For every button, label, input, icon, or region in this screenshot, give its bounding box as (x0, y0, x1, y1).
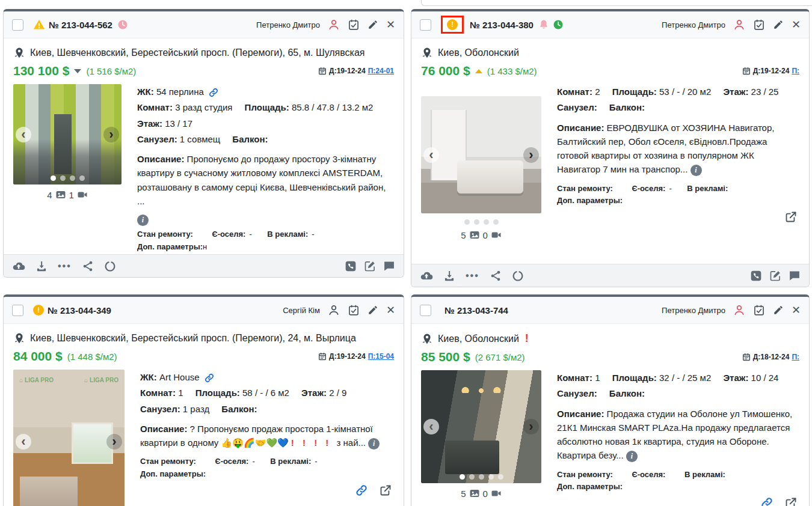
copy-link-icon[interactable] (761, 497, 773, 506)
agent-person-icon[interactable] (733, 304, 745, 316)
prev-photo-button[interactable]: ‹ (423, 419, 439, 434)
clock-green-icon (553, 19, 564, 30)
download-icon[interactable] (443, 270, 455, 282)
edit-icon[interactable] (773, 305, 784, 315)
photo-column: ‹ › 5 0 (421, 96, 541, 240)
select-checkbox[interactable] (12, 305, 23, 316)
price-down-icon (74, 69, 81, 73)
task-calendar-icon[interactable] (753, 304, 765, 316)
agent-person-icon[interactable] (733, 19, 745, 31)
photo-carousel[interactable]: ⌂ LIGA PRO ⌂ LIGA PRO ‹ › (13, 370, 125, 506)
address-text: Киев, Оболонский (438, 47, 519, 58)
refresh-icon[interactable] (104, 260, 116, 272)
edit-icon[interactable] (368, 305, 378, 315)
task-calendar-icon[interactable] (753, 19, 765, 31)
agent-name: Петренко Дмитро (256, 20, 320, 29)
carousel-dots[interactable] (421, 474, 541, 480)
prev-photo-button[interactable]: ‹ (423, 147, 439, 163)
upload-icon[interactable] (420, 269, 433, 282)
carousel-dots[interactable] (421, 219, 541, 225)
description: Описание: Продажа студии на Оболоне ул Т… (557, 407, 799, 463)
prev-photo-button[interactable]: ‹ (16, 127, 31, 142)
upload-icon[interactable] (12, 260, 25, 273)
info-icon[interactable]: i (691, 165, 702, 176)
next-photo-button[interactable]: › (103, 127, 119, 142)
call-icon[interactable] (750, 270, 762, 282)
card-header: № 213-044-562 Петренко Дмитро ✕ (4, 11, 404, 38)
task-calendar-icon[interactable] (348, 304, 360, 316)
warning-triangle-icon (33, 19, 45, 31)
info-icon[interactable]: i (626, 451, 638, 462)
date-updated-link[interactable]: П: (792, 353, 799, 361)
close-icon[interactable]: ✕ (386, 305, 395, 315)
external-link-icon[interactable] (785, 211, 797, 223)
date-updated-link[interactable]: П:24-01 (368, 67, 394, 75)
task-calendar-icon[interactable] (348, 19, 360, 31)
complex-label: ЖК: (140, 372, 157, 382)
extra-params-row: Доп. параметры: (557, 481, 799, 493)
photos-count: 5 (461, 230, 466, 240)
bathroom-row: Санузел: 1 совмещ Балкон: (137, 132, 394, 147)
photo-carousel[interactable]: ‹ › (421, 96, 541, 213)
date-updated-link[interactable]: П:15-04 (368, 352, 394, 361)
map-pin-icon (13, 332, 25, 344)
edit-note-icon[interactable] (364, 260, 376, 272)
edit-note-icon[interactable] (769, 270, 781, 282)
address-row: Киев, Оболонский ! (421, 332, 799, 345)
agent-person-icon[interactable] (328, 19, 340, 31)
photo-column: ‹ › 5 0 (421, 370, 541, 506)
address-row: Киев, Оболонский (421, 47, 799, 59)
dates: Д:18-12-24 П: (742, 353, 799, 361)
listing-number: № 213-043-744 (444, 305, 508, 315)
next-photo-button[interactable]: › (523, 419, 539, 434)
select-checkbox[interactable] (420, 19, 431, 31)
price-row: 84 000 $ (1 448 $/м2) Д:19-12-24 П:15-04 (13, 349, 394, 364)
agent-name: Петренко Дмитро (662, 20, 725, 29)
photo-icon (469, 488, 480, 499)
date-updated-link[interactable]: П: (792, 67, 799, 75)
comment-icon[interactable] (789, 270, 801, 282)
copy-link-icon[interactable] (355, 484, 368, 496)
external-link-icon[interactable] (785, 497, 797, 506)
watermark: ⌂ LIGA PRO (84, 377, 118, 383)
info-icon[interactable]: i (368, 438, 380, 450)
more-actions-icon[interactable]: ••• (58, 261, 72, 272)
agent-name: Сергій Кім (283, 306, 320, 315)
description-emoji: 👍🤑🌈🤝💚💙 (221, 437, 289, 448)
address-row: Киев, Шевченковский, Берестейський просп… (13, 332, 394, 344)
prev-photo-button[interactable]: ‹ (16, 434, 31, 450)
card-header: ! № 213-044-380 Петренко Дмитро ✕ (411, 11, 809, 38)
select-checkbox[interactable] (12, 19, 23, 31)
agent-person-icon[interactable] (328, 304, 340, 316)
price-row: 76 000 $ (1 433 $/м2) Д:19-12-24 П: (421, 64, 799, 78)
specs-row: Комнат: 3 разд студия Площадь: 85.8 / 47… (137, 100, 394, 132)
complex-value: Art House (159, 372, 200, 382)
refresh-icon[interactable] (512, 270, 524, 282)
comment-icon[interactable] (383, 260, 395, 272)
call-icon[interactable] (345, 260, 357, 272)
complex-link-icon[interactable] (205, 373, 214, 383)
close-icon[interactable]: ✕ (792, 305, 801, 315)
edit-icon[interactable] (773, 19, 784, 30)
next-photo-button[interactable]: › (106, 434, 122, 450)
share-icon[interactable] (490, 270, 502, 282)
photo-carousel[interactable]: ‹ › (421, 370, 541, 483)
edit-icon[interactable] (368, 19, 378, 30)
close-icon[interactable]: ✕ (386, 19, 395, 30)
date-added: Д:19-12-24 (753, 67, 790, 75)
share-icon[interactable] (82, 260, 94, 272)
carousel-dots[interactable] (13, 175, 121, 181)
close-icon[interactable]: ✕ (792, 19, 801, 30)
videos-count: 1 (69, 190, 74, 200)
complex-link-icon[interactable] (209, 88, 218, 97)
next-photo-button[interactable]: › (523, 147, 539, 163)
address-row: Киев, Шевченковский, Берестейський просп… (13, 47, 394, 59)
external-link-icon[interactable] (380, 484, 392, 496)
alert-exclamation-icon: ! (447, 19, 458, 30)
info-icon[interactable]: i (137, 215, 149, 226)
download-icon[interactable] (35, 260, 48, 272)
more-actions-icon[interactable]: ••• (466, 270, 479, 281)
photo-carousel[interactable]: ‹ › (13, 84, 121, 184)
select-checkbox[interactable] (420, 305, 431, 316)
details-column: Комнат: 1 Площадь: 32 / - / 25 м2 Этаж: … (557, 370, 799, 506)
